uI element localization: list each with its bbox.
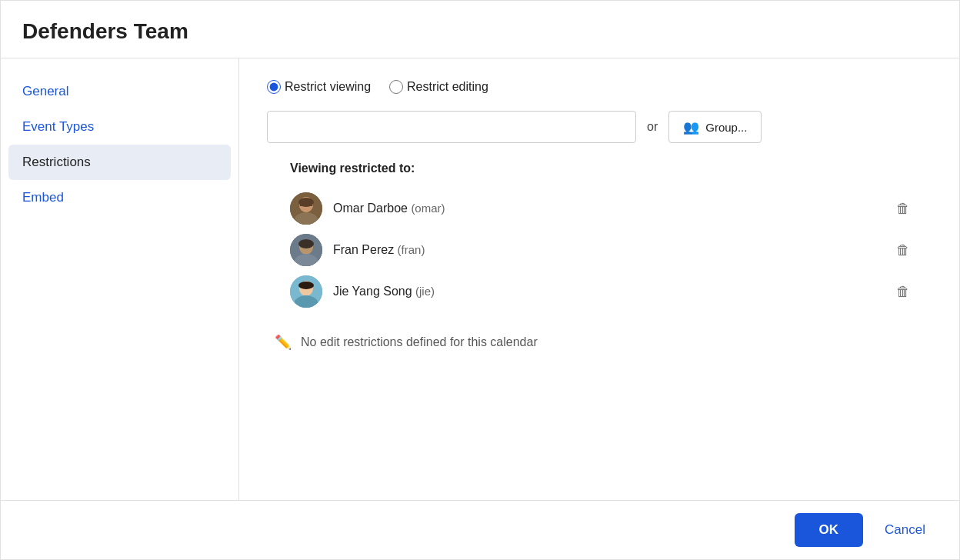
content-area: General Event Types Restrictions Embed R… <box>1 58 959 500</box>
page-title: Defenders Team <box>22 19 938 44</box>
delete-user-button[interactable]: 🗑 <box>890 198 916 220</box>
restrict-viewing-radio[interactable] <box>267 80 281 94</box>
footer-bar: OK Cancel <box>1 500 959 559</box>
user-name: Jie Yang Song (jie) <box>333 285 879 298</box>
avatar <box>290 275 322 308</box>
radio-row: Restrict viewing Restrict editing <box>267 80 932 94</box>
main-panel: Restrict viewing Restrict editing or 👥 G… <box>239 58 959 500</box>
avatar <box>290 234 322 266</box>
restrict-viewing-label[interactable]: Restrict viewing <box>267 80 371 94</box>
user-name: Fran Perez (fran) <box>333 243 879 257</box>
no-edit-label: No edit restrictions defined for this ca… <box>301 335 538 349</box>
no-edit-restrictions: ✏️ No edit restrictions defined for this… <box>267 334 932 351</box>
sidebar-item-general[interactable]: General <box>1 74 238 109</box>
viewing-restricted-label: Viewing restricted to: <box>290 162 932 175</box>
search-input[interactable] <box>267 111 636 143</box>
ok-button[interactable]: OK <box>795 513 864 547</box>
table-row: Jie Yang Song (jie) 🗑 <box>267 271 932 312</box>
restrict-editing-radio[interactable] <box>389 80 403 94</box>
table-row: Omar Darboe (omar) 🗑 <box>267 188 932 229</box>
user-list: Omar Darboe (omar) 🗑 Fran Perez (fra <box>267 188 932 312</box>
delete-user-button[interactable]: 🗑 <box>890 239 916 262</box>
avatar <box>290 192 322 225</box>
restrict-editing-label[interactable]: Restrict editing <box>389 80 488 94</box>
delete-user-button[interactable]: 🗑 <box>890 281 916 303</box>
cancel-button[interactable]: Cancel <box>872 513 938 547</box>
pencil-icon: ✏️ <box>275 334 292 351</box>
svg-point-4 <box>298 198 314 207</box>
group-icon: 👥 <box>683 119 699 135</box>
sidebar: General Event Types Restrictions Embed <box>1 58 239 500</box>
group-button[interactable]: 👥 Group... <box>668 111 762 143</box>
title-bar: Defenders Team <box>1 1 959 58</box>
or-text: or <box>647 120 658 134</box>
sidebar-item-embed[interactable]: Embed <box>1 180 238 215</box>
sidebar-item-event-types[interactable]: Event Types <box>1 109 238 145</box>
sidebar-item-restrictions[interactable]: Restrictions <box>8 145 231 180</box>
search-row: or 👥 Group... <box>267 111 932 143</box>
table-row: Fran Perez (fran) 🗑 <box>267 229 932 271</box>
user-name: Omar Darboe (omar) <box>333 202 879 215</box>
svg-point-12 <box>298 282 314 289</box>
svg-point-8 <box>298 239 314 248</box>
